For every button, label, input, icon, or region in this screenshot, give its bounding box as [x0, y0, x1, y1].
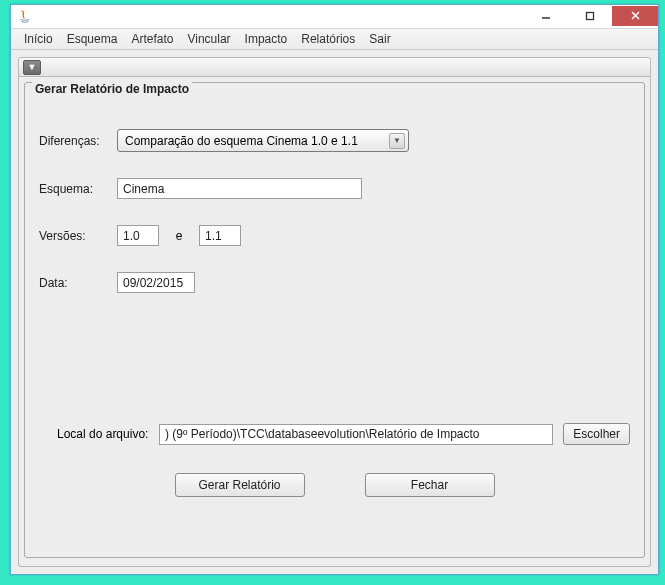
row-local-arquivo: Local do arquivo: Escolher: [39, 423, 630, 445]
label-esquema: Esquema:: [39, 182, 117, 196]
esquema-input[interactable]: [117, 178, 362, 199]
menu-relatorios[interactable]: Relatórios: [294, 30, 362, 48]
menu-impacto[interactable]: Impacto: [238, 30, 295, 48]
internal-frame-header[interactable]: ▼: [18, 57, 651, 77]
escolher-button[interactable]: Escolher: [563, 423, 630, 445]
menu-esquema[interactable]: Esquema: [60, 30, 125, 48]
titlebar: [11, 5, 658, 28]
menu-vincular[interactable]: Vincular: [180, 30, 237, 48]
collapse-icon[interactable]: ▼: [23, 60, 41, 75]
java-icon: [17, 9, 33, 25]
diferencas-combobox[interactable]: Comparação do esquema Cinema 1.0 e 1.1 ▼: [117, 129, 409, 152]
menu-sair[interactable]: Sair: [362, 30, 397, 48]
window-controls: [524, 6, 658, 28]
group-gerar-relatorio: Gerar Relatório de Impacto Diferenças: C…: [24, 82, 645, 558]
minimize-button[interactable]: [524, 6, 568, 26]
label-e: e: [173, 229, 185, 243]
menu-artefato[interactable]: Artefato: [124, 30, 180, 48]
local-arquivo-input[interactable]: [159, 424, 553, 445]
menubar: Início Esquema Artefato Vincular Impacto…: [11, 28, 658, 50]
workspace: ▼ Gerar Relatório de Impacto Diferenças:…: [11, 50, 658, 574]
svg-rect-1: [587, 12, 594, 19]
row-versoes: Versões: e: [39, 225, 630, 246]
versao-a-input[interactable]: [117, 225, 159, 246]
fechar-button[interactable]: Fechar: [365, 473, 495, 497]
close-button[interactable]: [612, 6, 658, 26]
versao-b-input[interactable]: [199, 225, 241, 246]
row-esquema: Esquema:: [39, 178, 630, 199]
chevron-down-icon: ▼: [389, 133, 405, 149]
internal-frame-body: Gerar Relatório de Impacto Diferenças: C…: [18, 77, 651, 567]
app-window: Início Esquema Artefato Vincular Impacto…: [10, 4, 659, 575]
diferencas-selected-text: Comparação do esquema Cinema 1.0 e 1.1: [125, 134, 358, 148]
data-input[interactable]: [117, 272, 195, 293]
row-diferencas: Diferenças: Comparação do esquema Cinema…: [39, 129, 630, 152]
label-local-arquivo: Local do arquivo:: [39, 427, 149, 441]
label-data: Data:: [39, 276, 117, 290]
label-versoes: Versões:: [39, 229, 117, 243]
maximize-button[interactable]: [568, 6, 612, 26]
action-buttons: Gerar Relatório Fechar: [39, 473, 630, 497]
row-data: Data:: [39, 272, 630, 293]
gerar-relatorio-button[interactable]: Gerar Relatório: [175, 473, 305, 497]
label-diferencas: Diferenças:: [39, 134, 117, 148]
menu-inicio[interactable]: Início: [17, 30, 60, 48]
group-title: Gerar Relatório de Impacto: [32, 82, 192, 96]
